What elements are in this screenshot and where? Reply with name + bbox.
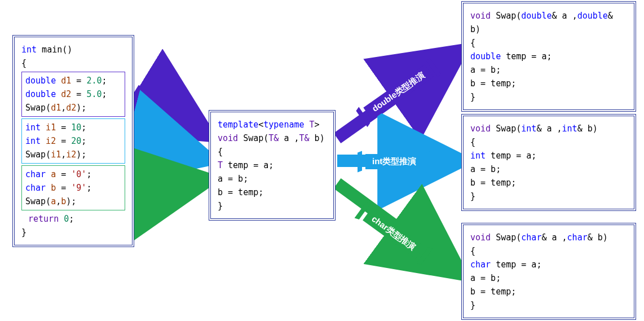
main-code-box: int main() { double d1 = 2.0; double d2 … (12, 35, 134, 247)
svg-line-1 (135, 140, 204, 158)
output-int-box: void Swap(int& a ,int& b) { int temp = a… (461, 114, 636, 211)
svg-line-0 (135, 90, 204, 133)
output-double-box: void Swap(double& a ,double& b) { double… (461, 1, 636, 112)
label-int-deduction: int类型推演 (365, 154, 423, 169)
output-char-box: void Swap(char& a ,char& b) { char temp … (461, 223, 636, 320)
svg-line-2 (135, 181, 204, 191)
template-code-box: template<typename T> void Swap(T& a ,T& … (209, 110, 336, 221)
main-char-block: char a = '0'; char b = '9'; Swap(a,b); (21, 165, 125, 210)
main-double-block: double d1 = 2.0; double d2 = 5.0; Swap(d… (21, 72, 125, 117)
main-int-block: int i1 = 10; int i2 = 20; Swap(i1,i2); (21, 118, 125, 164)
